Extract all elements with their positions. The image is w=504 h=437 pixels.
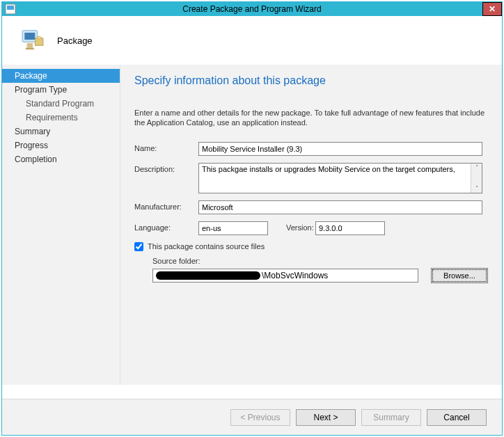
window-title: Create Package and Program Wizard [182,4,321,14]
sidebar-item-summary[interactable]: Summary [2,125,120,138]
source-folder-label: Source folder: [152,257,488,265]
language-label: Language: [134,221,198,232]
scroll-up-icon: ˄ [475,164,478,172]
name-label: Name: [134,142,198,152]
source-folder-area: Source folder: \MobSvcWindows Browse... [134,257,488,283]
svg-rect-5 [26,47,34,49]
titlebar: Create Package and Program Wizard ✕ [2,2,502,16]
sidebar-item-program-type[interactable]: Program Type [2,83,120,97]
app-icon [5,3,16,15]
description-text: This packgae installs or upgrades Mobiit… [199,164,471,193]
close-button[interactable]: ✕ [482,2,502,16]
header-band: Package [2,16,502,65]
sidebar-item-label: Program Type [15,85,67,95]
source-files-checkbox-label[interactable]: This package contains source files [148,242,265,251]
previous-button: < Previous [230,409,290,426]
svg-rect-6 [35,38,43,45]
intro-text: Enter a name and other details for the n… [134,108,488,128]
package-icon [19,26,47,56]
manufacturer-input[interactable] [198,200,482,214]
sidebar-item-label: Package [15,71,47,81]
redacted-path [156,271,260,280]
description-input[interactable]: This packgae installs or upgrades Mobiit… [198,163,482,193]
next-button[interactable]: Next > [296,409,356,426]
source-folder-input[interactable]: \MobSvcWindows [152,269,418,283]
version-label: Version: [268,221,315,232]
sidebar-item-standard-program[interactable]: Standard Program [2,97,120,111]
sidebar-item-requirements[interactable]: Requirements [2,111,120,125]
name-input[interactable] [198,142,482,156]
summary-button: Summary [361,409,421,426]
sidebar-item-label: Standard Program [26,99,94,109]
wizard-window: Create Package and Program Wizard ✕ Pack… [1,1,503,436]
sidebar-item-package[interactable]: Package [2,69,120,83]
sidebar-item-label: Summary [15,127,50,136]
sidebar-item-progress[interactable]: Progress [2,138,120,152]
source-files-checkbox[interactable] [134,242,143,251]
svg-rect-1 [7,6,14,10]
page-title: Specify information about this package [134,74,488,87]
svg-rect-3 [24,33,35,40]
description-label: Description: [134,163,198,173]
sidebar-item-label: Progress [15,141,48,150]
footer: < Previous Next > Summary Cancel [2,399,502,435]
content-panel: Specify information about this package E… [120,65,502,385]
scrollbar[interactable]: ˄ ˅ [471,164,482,193]
version-input[interactable] [315,221,385,235]
language-input[interactable] [198,221,268,235]
sidebar-item-label: Completion [15,154,57,164]
body-area: Package Program Type Standard Program Re… [2,65,502,385]
sidebar-item-completion[interactable]: Completion [2,152,120,166]
wizard-sidebar: Package Program Type Standard Program Re… [2,65,120,385]
svg-rect-4 [27,43,33,48]
header-title: Package [57,35,93,46]
source-folder-suffix: \MobSvcWindows [262,271,328,280]
cancel-button[interactable]: Cancel [427,409,487,426]
sidebar-item-label: Requirements [26,113,78,122]
scroll-down-icon: ˅ [475,184,478,193]
close-icon: ✕ [489,4,496,14]
browse-button[interactable]: Browse... [431,268,488,283]
manufacturer-label: Manufacturer: [134,200,198,211]
